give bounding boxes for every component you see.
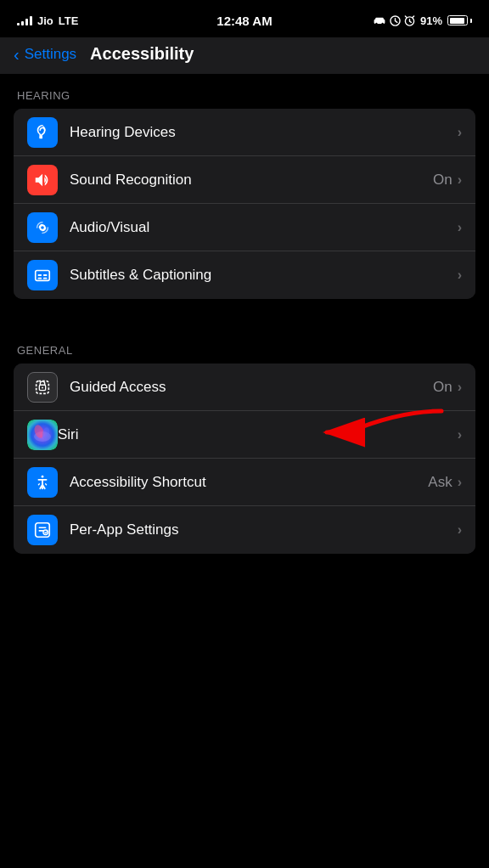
svg-rect-29 (36, 523, 50, 538)
hearing-devices-chevron: › (458, 125, 462, 140)
sound-recognition-item[interactable]: Sound Recognition On › (14, 156, 475, 204)
section-header-general: GENERAL (0, 329, 489, 364)
guided-access-item[interactable]: Guided Access On › (14, 364, 475, 411)
spacer-1 (0, 299, 489, 329)
audio-visual-chevron: › (458, 220, 462, 235)
status-right: 91% (373, 14, 472, 27)
sound-recognition-value: On (433, 172, 452, 189)
svg-line-9 (409, 20, 411, 21)
subtitles-icon (27, 260, 58, 290)
sound-recognition-icon (27, 165, 58, 195)
svg-rect-19 (43, 278, 48, 279)
settings-page: Jio LTE 12:48 AM 91% ‹ Settings A (0, 0, 489, 588)
alarm-icon (404, 15, 415, 26)
back-label: Settings (25, 46, 76, 63)
audio-visual-label: Audio/Visual (70, 219, 458, 236)
back-chevron-icon: ‹ (14, 46, 20, 63)
svg-point-2 (375, 23, 377, 25)
audio-visual-icon (27, 212, 58, 243)
nav-bar: ‹ Settings Accessibility (0, 37, 489, 74)
status-icons (373, 15, 415, 26)
hearing-devices-item[interactable]: Hearing Devices › (14, 109, 475, 156)
status-bar: Jio LTE 12:48 AM 91% (0, 0, 489, 37)
battery-icon (447, 15, 472, 25)
sound-recognition-chevron: › (458, 172, 462, 188)
svg-line-6 (395, 20, 396, 22)
general-group: Guided Access On › (14, 364, 475, 554)
per-app-settings-item[interactable]: Per-App Settings › (14, 506, 475, 554)
siri-icon (27, 420, 58, 450)
car-icon (373, 15, 386, 25)
siri-label: Siri (58, 426, 458, 443)
accessibility-shortcut-value: Ask (428, 474, 452, 491)
status-left: Jio LTE (17, 14, 78, 27)
svg-point-22 (42, 386, 43, 388)
svg-rect-17 (43, 274, 48, 276)
page-title: Accessibility (90, 44, 194, 64)
siri-chevron: › (458, 427, 462, 442)
svg-point-28 (42, 475, 44, 477)
svg-point-14 (41, 226, 44, 229)
hearing-devices-icon (27, 117, 58, 148)
sound-recognition-label: Sound Recognition (70, 172, 433, 189)
guided-access-chevron: › (458, 380, 462, 395)
subtitles-item[interactable]: Subtitles & Captioning › (14, 251, 475, 299)
battery-percent: 91% (420, 14, 442, 27)
svg-point-3 (381, 23, 383, 25)
svg-rect-12 (39, 136, 42, 138)
hearing-devices-label: Hearing Devices (70, 124, 458, 141)
accessibility-shortcut-label: Accessibility Shortcut (70, 474, 428, 491)
svg-rect-1 (375, 18, 384, 21)
guided-access-value: On (433, 379, 452, 396)
carrier-label: Jio (37, 14, 53, 27)
status-time: 12:48 AM (216, 14, 272, 28)
guided-access-label: Guided Access (70, 379, 433, 396)
accessibility-shortcut-item[interactable]: Accessibility Shortcut Ask › (14, 459, 475, 506)
siri-item[interactable]: Siri › (14, 411, 475, 459)
svg-rect-15 (36, 271, 50, 281)
subtitles-chevron: › (458, 268, 462, 283)
svg-line-11 (413, 15, 413, 16)
signal-bars-icon (17, 15, 32, 25)
clock-icon (390, 15, 401, 26)
svg-line-10 (405, 15, 406, 16)
accessibility-shortcut-icon (27, 467, 58, 498)
svg-rect-16 (38, 274, 42, 276)
per-app-settings-label: Per-App Settings (70, 521, 458, 538)
per-app-settings-chevron: › (458, 522, 462, 538)
accessibility-shortcut-chevron: › (458, 475, 462, 490)
audio-visual-item[interactable]: Audio/Visual › (14, 204, 475, 251)
svg-rect-18 (38, 278, 42, 279)
section-header-hearing: HEARING (0, 74, 489, 109)
bottom-spacer (0, 554, 489, 588)
hearing-group: Hearing Devices › Sound Recognition On › (14, 109, 475, 299)
network-label: LTE (59, 14, 79, 27)
back-button[interactable]: ‹ Settings (14, 46, 76, 63)
guided-access-icon (27, 372, 58, 403)
svg-point-30 (43, 530, 48, 535)
subtitles-label: Subtitles & Captioning (70, 267, 458, 284)
per-app-settings-icon (27, 515, 58, 545)
